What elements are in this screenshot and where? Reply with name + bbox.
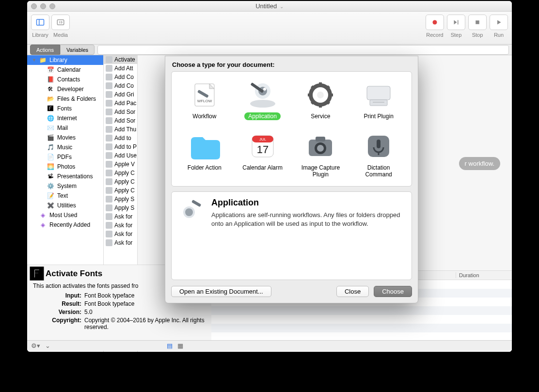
action-list-item[interactable]: Ask for: [104, 238, 137, 247]
minimize-window-icon[interactable]: [40, 3, 46, 9]
action-list-item[interactable]: Add Use: [104, 151, 137, 160]
log-col-duration[interactable]: Duration: [456, 272, 512, 278]
tab-variables[interactable]: Variables: [60, 45, 95, 55]
list-view-icon[interactable]: ▤: [167, 342, 173, 349]
sidebar-item-label: Developer: [57, 86, 84, 93]
sidebar-item-system[interactable]: ⚙️System: [27, 181, 103, 191]
action-label: Ask for: [114, 231, 132, 237]
run-label: Run: [494, 32, 504, 38]
sidebar-item-presentations[interactable]: 📽Presentations: [27, 172, 103, 181]
action-label: Add to: [114, 135, 131, 141]
action-list-item[interactable]: Add Co: [104, 81, 137, 90]
doc-type-application[interactable]: Application: [234, 78, 292, 122]
zoom-window-icon[interactable]: [49, 3, 55, 9]
action-list-item[interactable]: Ask for: [104, 230, 137, 238]
sidebar-item-label: Contacts: [57, 76, 80, 83]
action-icon: [106, 126, 112, 133]
action-list-item[interactable]: Add Gri: [104, 90, 137, 99]
doc-type-image-capture-plugin[interactable]: Image Capture Plugin: [292, 129, 350, 180]
doc-type-dictation-command[interactable]: Dictation Command: [349, 129, 408, 180]
svg-point-12: [263, 88, 266, 91]
action-list-item[interactable]: Apply C: [104, 186, 137, 195]
close-window-icon[interactable]: [31, 3, 37, 9]
action-icon: [106, 170, 112, 176]
action-list-item[interactable]: Add to: [104, 134, 137, 142]
doc-type-label: Calendar Alarm: [238, 164, 286, 172]
collapse-icon[interactable]: ⌄: [45, 342, 50, 349]
disclosure-triangle-icon[interactable]: ▼: [32, 58, 36, 63]
category-icon: 📂: [47, 95, 54, 103]
sidebar-item-contacts[interactable]: 📕Contacts: [27, 75, 103, 84]
search-input[interactable]: [97, 45, 509, 55]
sidebar-item-text[interactable]: 📝Text: [27, 191, 103, 201]
sidebar-item-most-used[interactable]: ◈ Most Used: [27, 210, 103, 220]
media-button[interactable]: [51, 15, 70, 30]
category-icon: ⚙️: [47, 182, 54, 190]
action-list-item[interactable]: Activate: [104, 55, 137, 64]
action-icon: [106, 231, 112, 237]
doc-type-workflow[interactable]: WFLOWWorkflow: [175, 78, 234, 122]
stop-icon: [473, 18, 482, 27]
svg-rect-2: [57, 20, 64, 25]
action-list-item[interactable]: Ask for: [104, 221, 137, 230]
category-icon: 🎵: [47, 143, 54, 151]
category-icon: 📽: [47, 172, 54, 180]
category-icon: 🅵: [47, 105, 54, 112]
action-list-item[interactable]: Apply C: [104, 169, 137, 177]
sidebar-item-developer[interactable]: 🛠Developer: [27, 84, 103, 94]
action-list-item[interactable]: Add Co: [104, 73, 137, 81]
action-list-item[interactable]: Add Sor: [104, 116, 137, 125]
sidebar-item-music[interactable]: 🎵Music: [27, 142, 103, 152]
gear-icon[interactable]: ⚙︎▾: [31, 342, 40, 349]
library-toggle-button[interactable]: [31, 15, 49, 30]
doc-type-label: Service: [307, 112, 334, 120]
action-label: Add to P: [114, 143, 137, 150]
action-list-item[interactable]: Apply S: [104, 204, 137, 212]
action-icon: [106, 152, 112, 159]
close-button[interactable]: Close: [336, 286, 369, 297]
record-button[interactable]: [426, 15, 444, 30]
action-list-item[interactable]: Add Sor: [104, 108, 137, 116]
sidebar-item-mail[interactable]: ✉️Mail: [27, 123, 103, 133]
action-list-item[interactable]: Add Pac: [104, 99, 137, 108]
sidebar-item-pdfs[interactable]: 📄PDFs: [27, 152, 103, 162]
tab-actions[interactable]: Actions: [30, 45, 60, 55]
open-existing-button[interactable]: Open an Existing Document...: [171, 286, 271, 297]
stop-button[interactable]: [468, 15, 487, 30]
doc-type-print-plugin[interactable]: Print Plugin: [349, 78, 408, 122]
sidebar-item-fonts[interactable]: 🅵Fonts: [27, 104, 103, 113]
doc-type-calendar-alarm[interactable]: JUL17Calendar Alarm: [234, 129, 292, 180]
step-button[interactable]: [447, 15, 465, 30]
desc-val-version: 5.0: [84, 309, 206, 315]
window-title[interactable]: Untitled ⌄: [255, 2, 284, 10]
doc-type-folder-action[interactable]: Folder Action: [175, 129, 234, 180]
sidebar-item-utilities[interactable]: ✖️Utilities: [27, 201, 103, 210]
smart-folder-icon: ◈: [39, 221, 47, 229]
action-label: Apply C: [114, 187, 135, 194]
sidebar-item-movies[interactable]: 🎬Movies: [27, 133, 103, 142]
action-list-item[interactable]: Add to P: [104, 142, 137, 151]
doc-type-service[interactable]: Service: [292, 78, 350, 122]
category-icon: ✖️: [47, 202, 54, 209]
action-list-item[interactable]: Apply C: [104, 177, 137, 186]
action-list-item[interactable]: Ask for: [104, 212, 137, 221]
sidebar-item-photos[interactable]: 🌅Photos: [27, 162, 103, 172]
sidebar-item-label: Calendar: [57, 66, 81, 73]
action-list-item[interactable]: Add Att: [104, 64, 137, 73]
record-label: Record: [426, 32, 443, 38]
svg-line-20: [327, 101, 329, 104]
action-icon: [106, 56, 112, 63]
sidebar-item-label: Presentations: [57, 173, 93, 180]
run-button[interactable]: [490, 15, 508, 30]
sidebar-item-library[interactable]: ▼ 📁 Library: [27, 55, 103, 65]
sidebar-item-recently-added[interactable]: ◈ Recently Added: [27, 220, 103, 230]
sidebar-item-internet[interactable]: 🌐Internet: [27, 113, 103, 123]
sidebar-item-files-folders[interactable]: 📂Files & Folders: [27, 94, 103, 104]
choose-button[interactable]: Choose: [374, 286, 412, 297]
doc-type-icon: [362, 131, 396, 162]
action-list-item[interactable]: Add Thu: [104, 125, 137, 134]
action-list-item[interactable]: Apple V: [104, 160, 137, 169]
sidebar-item-calendar[interactable]: 📅Calendar: [27, 65, 103, 75]
grid-view-icon[interactable]: ▦: [177, 342, 183, 349]
action-list-item[interactable]: Apply S: [104, 195, 137, 204]
